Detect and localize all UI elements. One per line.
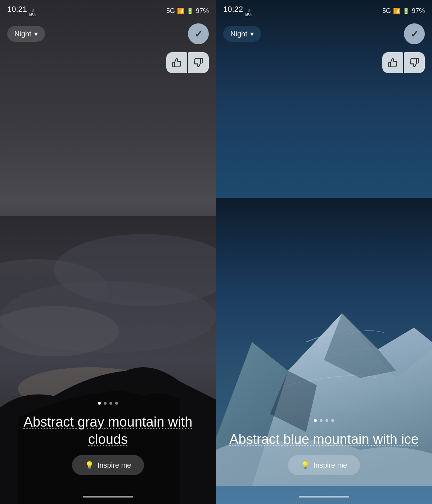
check-icon-left: ✓ <box>194 28 203 40</box>
signal-icon-left: 📶 <box>177 8 184 14</box>
right-phone-screen: 10:22 0kB/s 5G 📶 🔋 97% Night ▾ ✓ <box>216 0 432 504</box>
status-bar-right: 10:22 0kB/s 5G 📶 🔋 97% <box>216 0 432 22</box>
check-button-right[interactable]: ✓ <box>404 23 425 44</box>
bulb-icon-left: 💡 <box>85 461 94 469</box>
night-dropdown-left[interactable]: Night ▾ <box>7 26 45 42</box>
thumbs-down-icon-right <box>409 58 419 68</box>
dots-left <box>98 402 118 405</box>
kb-right: 0kB/s <box>245 9 252 17</box>
bottom-content-right: Abstract blue mountain with ice 💡 Inspir… <box>216 419 432 476</box>
check-icon-right: ✓ <box>410 28 419 40</box>
dot-3-right <box>325 419 328 422</box>
battery-text-right: 97% <box>412 7 425 15</box>
check-button-left[interactable]: ✓ <box>188 23 209 44</box>
status-right-left: 5G 📶 🔋 97% <box>166 7 209 15</box>
status-right-right: 5G 📶 🔋 97% <box>382 7 425 15</box>
dot-1-left <box>98 402 101 405</box>
feedback-buttons-left <box>166 52 209 73</box>
wallpaper-title-right: Abstract blue mountain with ice <box>222 431 426 448</box>
signal-text-left: 5G <box>166 7 175 15</box>
home-indicator-left <box>83 496 133 498</box>
inspire-button-right[interactable]: 💡 Inspire me <box>288 455 360 475</box>
feedback-buttons-right <box>382 52 425 73</box>
top-controls-left: Night ▾ ✓ <box>0 23 216 44</box>
night-dropdown-right[interactable]: Night ▾ <box>223 26 261 42</box>
status-bar-left: 10:21 0kB/s 5G 📶 🔋 97% <box>0 0 216 22</box>
thumbs-down-icon-left <box>193 58 203 68</box>
thumbs-up-icon-right <box>388 58 398 68</box>
bulb-icon-right: 💡 <box>301 461 310 469</box>
dot-2-right <box>320 419 323 422</box>
dot-4-right <box>331 419 334 422</box>
status-left-right: 10:22 0kB/s <box>223 5 252 17</box>
time-left: 10:21 <box>7 5 27 14</box>
inspire-button-left[interactable]: 💡 Inspire me <box>72 455 144 475</box>
kb-left: 0kB/s <box>29 9 36 17</box>
home-indicator-right <box>299 496 349 498</box>
night-label-right: Night <box>230 30 247 38</box>
inspire-label-right: Inspire me <box>314 461 347 469</box>
dot-2-left <box>104 402 107 405</box>
thumbs-up-icon-left <box>172 58 182 68</box>
thumbs-up-button-right[interactable] <box>382 52 403 73</box>
status-left-left: 10:21 0kB/s <box>7 5 36 17</box>
wallpaper-title-left: Abstract gray mountain with clouds <box>0 414 216 448</box>
bottom-content-left: Abstract gray mountain with clouds 💡 Ins… <box>0 402 216 475</box>
dot-3-left <box>109 402 112 405</box>
dot-1-right <box>314 419 317 422</box>
battery-icon-left: 🔋 <box>186 8 194 14</box>
time-right: 10:22 <box>223 5 243 14</box>
thumbs-down-button-right[interactable] <box>404 52 425 73</box>
thumbs-up-button-left[interactable] <box>166 52 187 73</box>
chevron-icon-right: ▾ <box>250 30 254 38</box>
dot-4-left <box>115 402 118 405</box>
battery-text-left: 97% <box>196 7 209 15</box>
inspire-label-left: Inspire me <box>98 461 131 469</box>
battery-icon-right: 🔋 <box>402 8 410 14</box>
left-phone-screen: 10:21 0kB/s 5G 📶 🔋 97% Night ▾ ✓ <box>0 0 216 504</box>
thumbs-down-button-left[interactable] <box>188 52 209 73</box>
top-controls-right: Night ▾ ✓ <box>216 23 432 44</box>
signal-text-right: 5G <box>382 7 391 15</box>
chevron-icon-left: ▾ <box>34 30 38 38</box>
dots-right <box>314 419 334 422</box>
night-label-left: Night <box>14 30 31 38</box>
signal-icon-right: 📶 <box>393 8 400 14</box>
